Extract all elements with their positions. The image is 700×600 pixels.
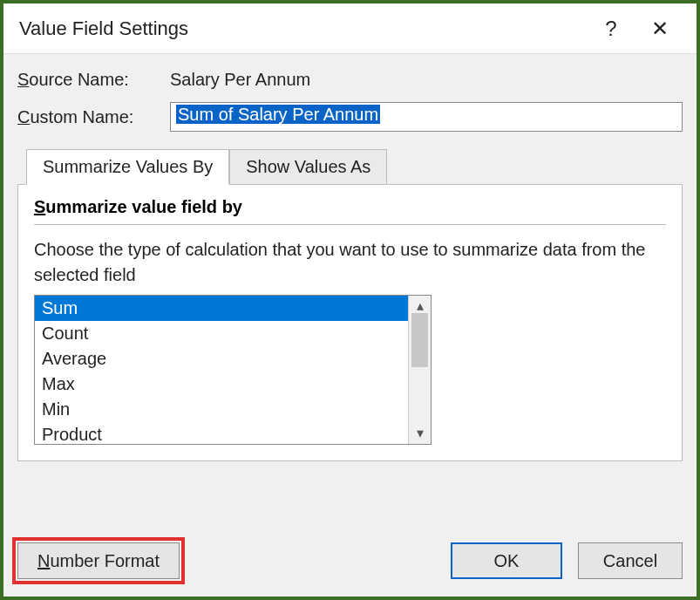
dialog-footer: Number Format OK Cancel [3,525,697,597]
list-item[interactable]: Product [35,422,408,444]
help-button[interactable]: ? [590,8,632,50]
custom-name-selection: Sum of Salary Per Annum [176,105,380,124]
tab-panel-summarize: Summarize value field by Choose the type… [17,184,683,461]
dialog-frame: Value Field Settings ? ✕ Source Name: Sa… [0,0,700,600]
source-name-label: Source Name: [17,70,170,90]
scroll-down-icon[interactable]: ▾ [417,426,424,440]
section-help-text: Choose the type of calculation that you … [34,237,666,288]
dialog-title: Value Field Settings [19,17,583,40]
section-heading: Summarize value field by [34,197,666,225]
number-format-button[interactable]: Number Format [17,542,180,579]
list-item[interactable]: Max [35,372,408,397]
dialog-body: Source Name: Salary Per Annum Custom Nam… [3,54,697,525]
scroll-track[interactable] [409,313,431,426]
cancel-button[interactable]: Cancel [578,542,683,579]
tab-show-values-as[interactable]: Show Values As [229,149,387,185]
titlebar: Value Field Settings ? ✕ [3,3,697,54]
source-name-row: Source Name: Salary Per Annum [17,70,683,90]
value-field-settings-dialog: Value Field Settings ? ✕ Source Name: Sa… [3,3,697,597]
source-name-value: Salary Per Annum [170,70,310,90]
custom-name-label: Custom Name: [17,107,170,127]
tabstrip: Summarize Values By Show Values As [17,149,683,185]
custom-name-input[interactable]: Sum of Salary Per Annum [170,102,683,132]
list-item[interactable]: Sum [35,296,408,321]
list-item[interactable]: Min [35,397,408,422]
scroll-thumb[interactable] [411,313,428,367]
close-button[interactable]: ✕ [639,8,681,50]
list-item[interactable]: Count [35,321,408,346]
calculation-type-listbox[interactable]: Sum Count Average Max Min Product ▴ ▾ [34,295,432,445]
list-item[interactable]: Average [35,346,408,372]
tab-summarize-values-by[interactable]: Summarize Values By [26,149,229,185]
scroll-up-icon[interactable]: ▴ [417,299,424,313]
listbox-items: Sum Count Average Max Min Product [35,296,408,444]
listbox-scrollbar[interactable]: ▴ ▾ [408,296,431,444]
custom-name-row: Custom Name: Sum of Salary Per Annum [17,102,683,132]
ok-button[interactable]: OK [451,542,562,579]
